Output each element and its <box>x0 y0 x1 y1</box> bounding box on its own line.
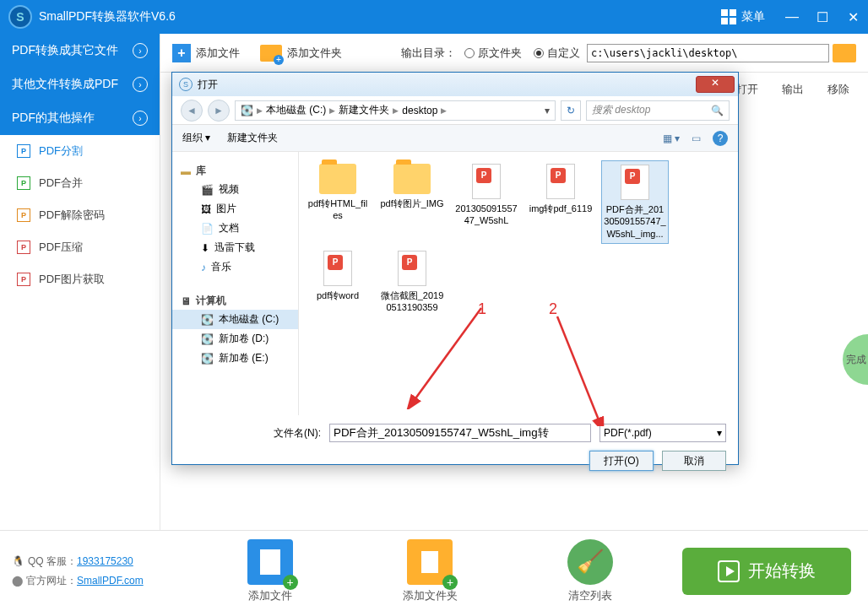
file-item[interactable]: pdf转word <box>304 247 372 317</box>
dialog-nav: ◄ ► 💽 ▶本地磁盘 (C:) ▶新建文件夹 ▶desktop ▶ ▾ ↻ 搜… <box>172 96 738 125</box>
sidebar-item-split[interactable]: PPDF分割 <box>0 135 160 167</box>
drive-icon: 💽 <box>201 333 214 345</box>
help-button[interactable]: ? <box>713 131 728 146</box>
tree-documents[interactable]: 📄文档 <box>172 219 298 238</box>
browse-folder-button[interactable] <box>833 44 856 62</box>
search-icon: 🔍 <box>711 105 724 116</box>
download-icon: ⬇ <box>201 242 209 254</box>
add-file-big-button[interactable]: +添加文件 <box>247 539 293 603</box>
file-label: img转pdf_6119 <box>529 203 593 214</box>
tree-computer[interactable]: 🖥计算机 <box>172 289 298 310</box>
play-icon <box>718 560 740 582</box>
tree-pictures[interactable]: 🖼图片 <box>172 199 298 219</box>
close-button[interactable]: ✕ <box>838 0 868 34</box>
tree-drive-c[interactable]: 💽本地磁盘 (C:) <box>172 310 298 329</box>
dialog-close-button[interactable]: ✕ <box>696 76 735 93</box>
app-logo-icon: S <box>8 5 32 29</box>
file-item[interactable]: 微信截图_20190513190359 <box>378 247 446 317</box>
menu-icon <box>721 9 736 24</box>
refresh-button[interactable]: ↻ <box>561 100 581 121</box>
sidebar-item-compress[interactable]: PPDF压缩 <box>0 231 160 263</box>
done-badge: 完成 <box>843 334 868 385</box>
sidebar-item-extract-img[interactable]: PPDF图片获取 <box>0 263 160 295</box>
filetype-select[interactable]: PDF(*.pdf)▾ <box>599 424 726 442</box>
view-mode-button[interactable]: ▦ ▾ <box>663 132 680 144</box>
start-convert-button[interactable]: 开始转换 <box>682 548 851 595</box>
support-info: 🐧QQ 客服：1933175230 ⬤官方网址：SmallPDF.com <box>0 554 177 588</box>
file-open-dialog: S 打开 ✕ ◄ ► 💽 ▶本地磁盘 (C:) ▶新建文件夹 ▶desktop … <box>171 72 739 465</box>
breadcrumb[interactable]: 💽 ▶本地磁盘 (C:) ▶新建文件夹 ▶desktop ▶ ▾ <box>235 100 556 121</box>
output-action[interactable]: 输出 <box>782 82 804 97</box>
folder-icon <box>393 164 431 194</box>
maximize-button[interactable]: ☐ <box>807 0 838 34</box>
cancel-button[interactable]: 取消 <box>662 451 726 471</box>
tree-libraries[interactable]: ▬库 <box>172 159 298 180</box>
tree-music[interactable]: ♪音乐 <box>172 257 298 277</box>
pdf-icon: P <box>17 176 30 190</box>
file-label: 20130509155747_W5shL <box>454 203 518 227</box>
output-label: 输出目录： <box>401 46 456 61</box>
radio-origfolder[interactable] <box>464 48 475 58</box>
qq-icon: 🐧 <box>12 555 24 567</box>
file-item[interactable]: PDF合并_20130509155747_W5shL_img... <box>601 160 669 244</box>
dialog-icon: S <box>179 78 193 91</box>
menu-button[interactable]: 菜单 <box>709 0 777 34</box>
pdf-icon: P <box>17 208 30 222</box>
add-folder-button[interactable]: 添加文件夹 <box>287 46 342 61</box>
add-folder-big-button[interactable]: +添加文件夹 <box>403 539 458 603</box>
file-item[interactable]: pdf转图片_IMG <box>378 160 446 244</box>
site-link[interactable]: SmallPDF.com <box>77 575 144 587</box>
bottom-actions: +添加文件 +添加文件夹 🧹清空列表 <box>177 539 682 603</box>
drive-icon: 💽 <box>241 105 253 116</box>
pdf-file-icon <box>398 251 426 286</box>
add-folder-icon <box>260 45 282 62</box>
folder-icon <box>319 164 356 194</box>
file-label: pdf转图片_IMG <box>380 197 443 209</box>
computer-icon: 🖥 <box>181 295 191 307</box>
new-folder-button[interactable]: 新建文件夹 <box>227 131 278 145</box>
pdf-icon: P <box>17 273 30 286</box>
sidebar-category-convert-to[interactable]: 其他文件转换成PDF› <box>0 68 160 101</box>
remove-action[interactable]: 移除 <box>827 82 849 97</box>
picture-icon: 🖼 <box>201 203 211 215</box>
chevron-down-icon: › <box>133 111 148 126</box>
file-item[interactable]: img转pdf_6119 <box>527 160 594 244</box>
nav-back-button[interactable]: ◄ <box>181 100 203 122</box>
file-item[interactable]: 20130509155747_W5shL <box>453 160 520 244</box>
folder-icon: + <box>407 539 453 585</box>
clear-list-button[interactable]: 🧹清空列表 <box>567 539 613 603</box>
organize-menu[interactable]: 组织 ▾ <box>182 131 210 145</box>
pdf-file-icon <box>621 165 649 200</box>
file-label: pdf转HTML_files <box>306 197 370 222</box>
filename-input[interactable] <box>329 424 591 442</box>
file-item[interactable]: pdf转HTML_files <box>304 160 372 244</box>
output-path-input[interactable] <box>587 44 829 62</box>
sidebar-item-merge[interactable]: PPDF合并 <box>0 167 160 199</box>
minimize-button[interactable]: — <box>777 0 807 34</box>
qq-link[interactable]: 1933175230 <box>77 555 133 567</box>
dialog-toolbar: 组织 ▾ 新建文件夹 ▦ ▾ ▭ ? <box>172 125 738 152</box>
nav-fwd-button[interactable]: ► <box>208 100 230 122</box>
filename-label: 文件名(N): <box>274 426 321 441</box>
tree-videos[interactable]: 🎬视频 <box>172 180 298 199</box>
tree-downloads[interactable]: ⬇迅雷下载 <box>172 238 298 257</box>
sidebar-item-unlock[interactable]: PPDF解除密码 <box>0 199 160 231</box>
open-action[interactable]: 打开 <box>736 82 758 97</box>
radio-custom[interactable] <box>534 48 544 58</box>
tree-drive-d[interactable]: 💽新加卷 (D:) <box>172 329 298 349</box>
document-icon: 📄 <box>201 223 214 235</box>
pdf-icon: P <box>17 144 30 158</box>
pdf-file-icon <box>546 164 575 199</box>
preview-pane-button[interactable]: ▭ <box>692 132 701 144</box>
add-file-button[interactable]: 添加文件 <box>196 46 240 61</box>
sidebar-category-other[interactable]: PDF的其他操作› <box>0 101 160 135</box>
radio-custom-label: 自定义 <box>547 46 580 61</box>
pdf-file-icon <box>323 251 352 286</box>
menu-label: 菜单 <box>741 9 765 24</box>
chevron-right-icon: › <box>133 43 148 58</box>
sidebar-category-convert-from[interactable]: PDF转换成其它文件› <box>0 34 160 68</box>
tree-drive-e[interactable]: 💽新加卷 (E:) <box>172 349 298 368</box>
search-input[interactable]: 搜索 desktop🔍 <box>586 100 730 121</box>
open-button[interactable]: 打开(O) <box>589 451 654 471</box>
top-toolbar: + 添加文件 添加文件夹 输出目录： 原文件夹 自定义 <box>160 34 868 73</box>
